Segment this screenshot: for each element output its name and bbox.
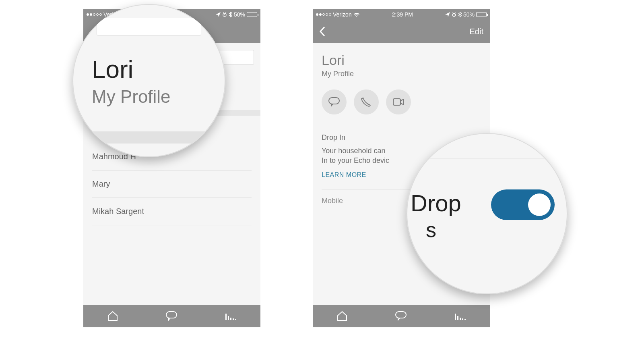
svg-rect-4 [230,318,231,320]
svg-rect-3 [228,316,229,320]
lens-dropin-text-2: s [426,218,436,242]
lens-divider [427,158,559,158]
magnifier-left: Lori My Profile [72,4,225,157]
battery-icon [476,12,487,17]
status-bar: Verizon 2:39 PM 50% [313,9,490,20]
bluetooth-icon [458,12,462,17]
signal-dots-icon [87,13,102,16]
contact-row[interactable]: Mary [92,171,252,198]
svg-rect-1 [166,312,177,318]
carrier-label: Verizon [333,11,352,18]
home-icon[interactable] [107,311,118,321]
svg-rect-6 [235,319,236,320]
lens-dropin-text: Drop [411,189,461,216]
back-button[interactable] [319,26,326,37]
signal-dots-icon [316,13,331,16]
tab-bar [83,305,260,327]
dropin-toggle[interactable] [491,189,555,220]
call-button[interactable] [354,89,379,114]
alarm-icon [222,12,227,17]
edit-button[interactable]: Edit [470,27,483,36]
video-button[interactable] [386,89,411,114]
wifi-icon [353,12,360,17]
battery-icon [247,12,257,17]
svg-rect-9 [393,99,400,105]
chat-icon[interactable] [165,311,178,321]
profile-name: Lori [322,52,481,68]
svg-rect-15 [464,319,466,320]
equalizer-icon[interactable] [225,311,237,321]
svg-rect-12 [457,316,458,320]
bluetooth-icon [229,12,232,17]
svg-rect-10 [396,312,406,318]
toggle-knob [528,193,551,216]
svg-rect-13 [460,318,461,320]
chat-icon[interactable] [395,311,407,321]
location-icon [216,12,221,17]
svg-rect-11 [455,314,456,320]
lens-profile-subtitle: My Profile [92,87,206,107]
alarm-icon [452,12,456,17]
svg-rect-14 [462,318,463,320]
profile-subtitle: My Profile [322,70,481,78]
equalizer-icon[interactable] [454,311,466,321]
lens-search-input [97,18,201,35]
lens-profile-name: Lori [92,55,206,83]
home-icon[interactable] [336,311,348,321]
action-buttons-row [322,89,481,114]
svg-rect-8 [329,98,339,104]
message-button[interactable] [322,89,347,114]
svg-rect-2 [225,314,227,320]
status-time: 2:39 PM [392,11,413,18]
svg-rect-5 [233,318,234,320]
nav-bar-right: Edit [313,20,490,43]
contact-row[interactable]: Mikah Sargent [92,198,252,225]
battery-pct: 50% [463,11,475,18]
battery-pct: 50% [234,11,245,18]
magnifier-right: Drop s [407,133,568,294]
tab-bar [313,305,490,327]
location-icon [445,12,450,17]
